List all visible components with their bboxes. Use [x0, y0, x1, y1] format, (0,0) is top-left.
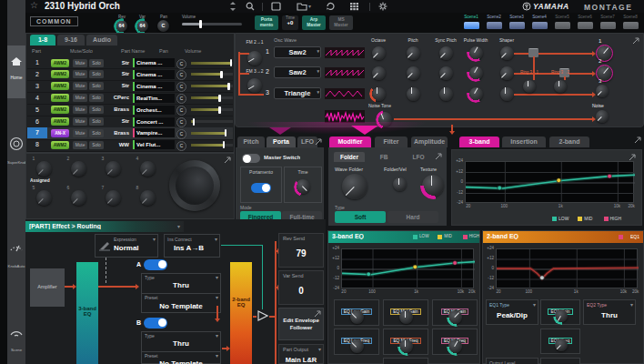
favorite-star-icon[interactable]: ☆	[30, 0, 38, 10]
assign-knob-5[interactable]	[36, 190, 52, 206]
var-send-box[interactable]: Var Send 0	[278, 270, 324, 305]
scene-led[interactable]	[623, 22, 639, 29]
gear-icon[interactable]	[378, 2, 387, 11]
scene-button-7[interactable]: Scene7	[598, 15, 618, 31]
scene-led[interactable]	[578, 22, 593, 29]
scene-button-8[interactable]: Scene8	[620, 15, 640, 31]
part-row[interactable]: 5AWM2MuteSoloBrassOrchest...C	[27, 105, 233, 116]
tab-porta[interactable]: Porta	[267, 136, 296, 147]
inner-tab-fb[interactable]: FB	[368, 152, 399, 162]
texture-knob[interactable]	[422, 175, 444, 197]
volume-handle[interactable]	[227, 83, 230, 90]
ins-a-preset-caret-icon[interactable]: ▾	[216, 294, 218, 300]
portamento-toggle[interactable]	[251, 183, 271, 193]
fm21-knob[interactable]	[247, 51, 262, 66]
part-row[interactable]: 3AWM2MuteSoloStrCinema ...C	[27, 81, 233, 93]
volume-slider[interactable]	[191, 96, 233, 99]
eq-overview-graph[interactable]: +24+120-12-24201001k10k20k	[452, 157, 638, 212]
mute-button[interactable]: Mute	[73, 129, 87, 137]
part-row[interactable]: 7AN-XMuteSoloBrassVampire...C	[27, 127, 233, 139]
edit-envelope-follower-button[interactable]: Edit EnvelopeFollower	[278, 308, 324, 340]
osc2-sync-pitch-knob[interactable]	[439, 66, 453, 80]
noise-level-knob[interactable]	[596, 110, 609, 123]
pan-knob[interactable]: C	[176, 94, 186, 104]
osc1-pulse-width-knob[interactable]	[469, 46, 483, 60]
scene-button-1[interactable]: Scene1	[461, 15, 481, 31]
mute-button[interactable]: Mute	[73, 59, 87, 67]
osc1-sync-pitch-knob[interactable]	[439, 46, 453, 60]
amplifier-block[interactable]: Amplifier	[30, 268, 65, 307]
volume-slider[interactable]	[191, 120, 233, 123]
expand-icon[interactable]	[224, 157, 231, 164]
volume-slider[interactable]	[191, 73, 233, 76]
ins-b-preset-caret-icon[interactable]: ▾	[216, 352, 218, 359]
solo-button[interactable]: Solo	[89, 129, 104, 137]
pan-knob[interactable]: C	[176, 82, 186, 92]
part-number[interactable]: 4	[27, 93, 47, 104]
osc3-pulse-width-knob[interactable]	[469, 87, 483, 101]
volume-slider[interactable]	[191, 62, 233, 65]
eq1-type-box[interactable]: EQ1 Type ▾ Peak/Dip	[486, 299, 538, 325]
part-tab-9-16[interactable]: 9-16	[57, 35, 85, 46]
part-name[interactable]: Cinema ...	[133, 82, 175, 91]
osc-wave-select-3[interactable]: Triangle▾	[274, 87, 321, 99]
eq2-graph[interactable]: +24+120-12-24201001k10k20k	[483, 245, 643, 298]
pan-knob[interactable]: C	[176, 117, 186, 127]
eq-mid-freq-knob[interactable]	[399, 339, 413, 353]
solo-button[interactable]: Solo	[89, 70, 104, 78]
master-switch-toggle[interactable]	[242, 154, 260, 163]
ring31-knob[interactable]	[523, 80, 536, 93]
part-tab-1-8[interactable]: 1-8	[30, 35, 55, 46]
scene-led[interactable]	[509, 22, 525, 29]
eq-hi-freq-knob[interactable]	[448, 339, 462, 353]
volume-handle[interactable]	[218, 95, 221, 102]
osc3-level-knob[interactable]	[596, 85, 609, 97]
osc3-octave-knob[interactable]	[372, 87, 386, 101]
solo-button[interactable]: Solo	[89, 59, 104, 67]
tab-amplitude[interactable]: Amplitude	[411, 136, 448, 147]
inner-tab-folder[interactable]: Folder	[334, 152, 365, 162]
ins-a-type-caret-icon[interactable]: ▾	[216, 274, 218, 280]
scene-led[interactable]	[464, 22, 479, 29]
volume-handle[interactable]	[223, 141, 226, 148]
wave-folder-knob[interactable]	[342, 174, 367, 199]
window-icon[interactable]	[271, 2, 281, 11]
routing-header[interactable]: [PART] Effect > Routing ▾	[25, 221, 184, 232]
osc1-octave-knob[interactable]	[372, 46, 386, 60]
part-name[interactable]: RealTim...	[133, 94, 175, 103]
osc2-pitch-knob[interactable]	[407, 66, 420, 80]
part-name[interactable]: Vel Flut...	[133, 140, 175, 149]
osc3-pitch-knob[interactable]	[407, 87, 420, 101]
assign-knob-3[interactable]	[106, 161, 121, 177]
osc1-shaper-knob[interactable]	[500, 46, 514, 60]
volume-handle[interactable]	[218, 106, 221, 114]
osc3-sync-pitch-knob[interactable]	[439, 87, 453, 101]
scene-button-2[interactable]: Scene2	[484, 15, 504, 31]
part-number[interactable]: 8	[27, 139, 47, 150]
part-name[interactable]: Cinema ...	[133, 70, 175, 79]
tab-insertion[interactable]: Insertion	[502, 136, 546, 147]
osc2-pulse-width-knob[interactable]	[469, 66, 483, 80]
assign-knob-8[interactable]	[140, 190, 156, 206]
ins-b-type-caret-icon[interactable]: ▾	[216, 332, 218, 339]
part-row[interactable]: 6AWM2MuteSoloStrConcert ...C	[27, 116, 233, 128]
solo-button[interactable]: Solo	[89, 82, 104, 90]
scene-button-4[interactable]: Scene4	[529, 15, 549, 31]
scene-button-6[interactable]: Scene6	[575, 15, 595, 31]
expand-icon[interactable]	[435, 153, 442, 160]
mute-button[interactable]: Mute	[73, 94, 87, 102]
tab-modifier[interactable]: Modifier	[329, 136, 371, 147]
volume-slider[interactable]	[191, 108, 233, 111]
eq1-gain-knob[interactable]	[555, 309, 568, 322]
solo-button[interactable]: Solo	[89, 106, 104, 114]
volume-handle[interactable]	[220, 71, 223, 78]
grid-icon[interactable]	[349, 2, 359, 11]
inner-tab-lfo[interactable]: LFO	[403, 152, 434, 162]
osc1-pitch-knob[interactable]	[407, 46, 420, 60]
part-name[interactable]: Vampire...	[133, 128, 175, 137]
assign-knob-1[interactable]	[36, 161, 52, 177]
scene-led[interactable]	[600, 22, 616, 29]
expand-icon[interactable]	[315, 138, 324, 147]
tab-filter[interactable]: Filter	[375, 136, 408, 147]
folder-icon[interactable]	[297, 2, 307, 11]
